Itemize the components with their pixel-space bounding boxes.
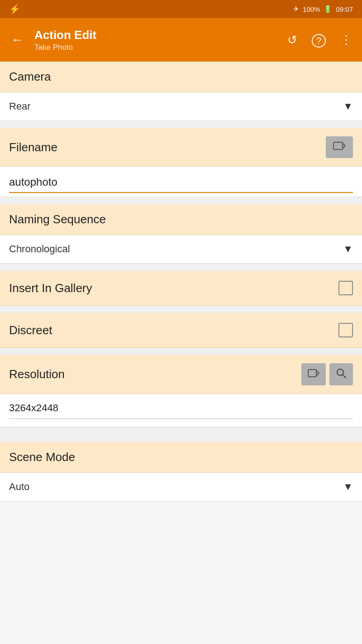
status-bar: ⚡ ✈ 100% 🔋 09:07: [0, 0, 362, 18]
filename-tag-button[interactable]: [326, 136, 353, 158]
camera-dropdown[interactable]: Rear ▼: [0, 92, 362, 121]
resolution-tag-icon: [308, 369, 319, 380]
scene-mode-header: Scene Mode: [0, 442, 362, 473]
airplane-icon: ✈: [293, 5, 299, 13]
discreet-section: Discreet: [0, 313, 362, 348]
scene-mode-dropdown[interactable]: Auto ▼: [0, 473, 362, 501]
resolution-search-icon: [336, 368, 347, 381]
filename-label: Filename: [9, 140, 57, 154]
lightning-icon: ⚡: [9, 4, 20, 14]
battery-percent: 100%: [303, 5, 320, 13]
camera-selected-value: Rear: [9, 101, 31, 112]
svg-marker-3: [316, 370, 319, 376]
camera-section: Camera Rear ▼: [0, 62, 362, 121]
resolution-value-row: 3264x2448: [0, 394, 362, 428]
svg-rect-0: [333, 142, 343, 149]
filename-input-row: [0, 167, 362, 197]
back-button[interactable]: ←: [7, 29, 27, 51]
filename-input[interactable]: [9, 174, 353, 193]
tag-icon: [333, 141, 346, 154]
resolution-section: Resolution: [0, 355, 362, 428]
content: Camera Rear ▼ Filename: [0, 62, 362, 501]
insert-in-gallery-checkbox[interactable]: [338, 281, 353, 295]
scene-mode-section: Scene Mode Auto ▼: [0, 442, 362, 501]
app-bar-actions: ↺ ? ⋮: [285, 30, 355, 50]
insert-in-gallery-section: Insert In Gallery: [0, 271, 362, 306]
naming-sequence-section: Naming Sequence Chronological ▼: [0, 204, 362, 264]
clock: 09:07: [336, 5, 353, 13]
help-button[interactable]: ?: [309, 30, 329, 50]
battery-icon: 🔋: [324, 5, 332, 13]
insert-in-gallery-label: Insert In Gallery: [9, 281, 92, 295]
resolution-header: Resolution: [0, 355, 362, 394]
filename-header: Filename: [0, 128, 362, 167]
reset-icon: ↺: [287, 33, 297, 47]
scene-mode-selected-value: Auto: [9, 481, 29, 493]
reset-button[interactable]: ↺: [285, 30, 300, 50]
scene-mode-dropdown-arrow: ▼: [343, 481, 353, 493]
camera-header: Camera: [0, 62, 362, 92]
resolution-search-button[interactable]: [329, 363, 353, 385]
more-button[interactable]: ⋮: [338, 30, 355, 50]
naming-sequence-dropdown[interactable]: Chronological ▼: [0, 235, 362, 264]
page-subtitle: Take Photo: [34, 43, 277, 52]
insert-in-gallery-row: Insert In Gallery: [0, 271, 362, 306]
resolution-value: 3264x2448: [9, 402, 353, 414]
discreet-label: Discreet: [9, 323, 52, 337]
help-icon: ?: [312, 34, 326, 48]
naming-sequence-header: Naming Sequence: [0, 204, 362, 235]
resolution-tag-button[interactable]: [301, 363, 326, 385]
back-arrow-icon: ←: [11, 33, 24, 47]
svg-rect-2: [308, 370, 316, 377]
resolution-actions: [301, 363, 353, 385]
naming-sequence-selected-value: Chronological: [9, 243, 70, 255]
discreet-row: Discreet: [0, 313, 362, 348]
resolution-label: Resolution: [9, 367, 65, 381]
naming-sequence-dropdown-arrow: ▼: [343, 243, 353, 255]
svg-line-5: [343, 375, 346, 378]
filename-section: Filename: [0, 128, 362, 197]
discreet-checkbox[interactable]: [338, 323, 353, 337]
camera-dropdown-arrow: ▼: [343, 101, 353, 112]
svg-marker-1: [343, 143, 345, 149]
app-bar: ← Action Edit Take Photo ↺ ? ⋮: [0, 18, 362, 62]
page-title: Action Edit: [34, 28, 277, 42]
title-group: Action Edit Take Photo: [34, 28, 277, 52]
more-icon: ⋮: [340, 33, 352, 47]
